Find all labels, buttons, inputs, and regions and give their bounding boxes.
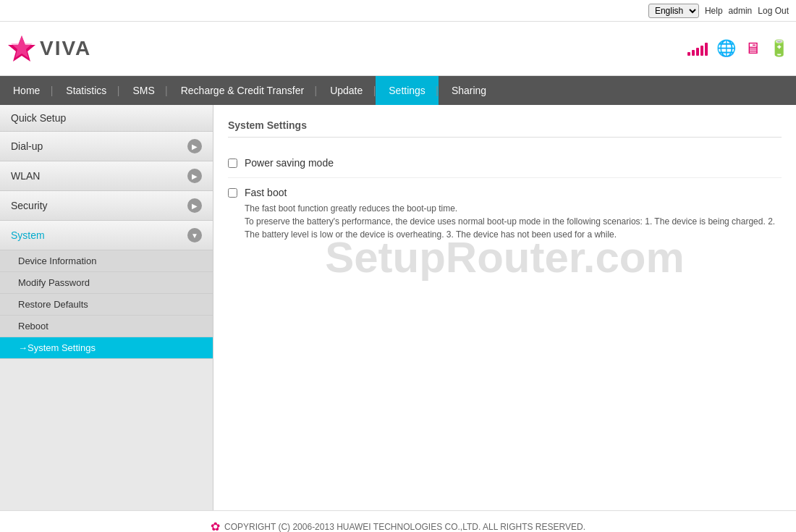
nav-recharge[interactable]: Recharge & Credit Transfer (168, 76, 317, 105)
sidebar-sub-device-info[interactable]: Device Information (0, 250, 213, 272)
content-area: System Settings SetupRouter.com Power sa… (213, 105, 796, 510)
fast-boot-checkbox[interactable] (228, 188, 237, 198)
sidebar-item-system[interactable]: System ▼ (0, 221, 213, 250)
sidebar: Quick Setup Dial-up ▶ WLAN ▶ Security ▶ … (0, 105, 213, 510)
main-layout: Quick Setup Dial-up ▶ WLAN ▶ Security ▶ … (0, 105, 796, 510)
sidebar-sub-restore-defaults[interactable]: Restore Defaults (0, 294, 213, 316)
footer-copyright: COPYRIGHT (C) 2006-2013 HUAWEI TECHNOLOG… (224, 522, 585, 532)
sidebar-arrow-dialup: ▶ (187, 139, 202, 153)
bar3 (696, 48, 699, 56)
bar4 (700, 46, 703, 56)
nav-bar: Home Statistics SMS Recharge & Credit Tr… (0, 76, 796, 105)
fast-boot-label-group: Fast boot The fast boot function greatly… (245, 187, 782, 241)
sidebar-sub-label-device-info: Device Information (18, 256, 96, 266)
sidebar-sub-label-modify-password: Modify Password (18, 277, 90, 288)
globe-icon: 🌐 (716, 39, 736, 58)
sidebar-item-security[interactable]: Security ▶ (0, 191, 213, 221)
power-saving-label: Power saving mode (245, 157, 334, 169)
sidebar-arrow-system: ▼ (187, 228, 202, 242)
power-saving-label-group: Power saving mode (245, 157, 334, 169)
sidebar-sub-label-system-settings: →System Settings (18, 342, 96, 353)
nav-update[interactable]: Update (317, 76, 376, 105)
sidebar-label-quick-setup: Quick Setup (11, 112, 66, 124)
sidebar-sub-modify-password[interactable]: Modify Password (0, 272, 213, 294)
sidebar-sub-reboot[interactable]: Reboot (0, 316, 213, 337)
power-saving-row: Power saving mode (228, 148, 782, 178)
sidebar-label-security: Security (11, 200, 48, 211)
logo-bar: VIVA 🌐 🖥 🔋 (0, 22, 796, 76)
bar1 (687, 52, 690, 56)
signal-bars-icon (687, 41, 708, 56)
logo: VIVA (7, 34, 91, 63)
sidebar-label-wlan: WLAN (11, 170, 40, 182)
fast-boot-desc: The fast boot function greatly reduces t… (245, 202, 782, 241)
bar2 (692, 50, 695, 56)
viva-logo-icon (7, 34, 36, 63)
bar5 (705, 43, 708, 56)
sidebar-arrow-wlan: ▶ (187, 169, 202, 183)
battery-icon: 🔋 (769, 39, 789, 58)
sidebar-label-system: System (11, 229, 45, 241)
language-select[interactable]: English Arabic (648, 4, 699, 18)
help-link[interactable]: Help (705, 6, 723, 16)
fast-boot-row: Fast boot The fast boot function greatly… (228, 178, 782, 250)
fast-boot-label: Fast boot (245, 187, 782, 198)
footer: ✿ COPYRIGHT (C) 2006-2013 HUAWEI TECHNOL… (0, 510, 796, 532)
content-title: System Settings (228, 119, 782, 138)
sidebar-sub-label-restore-defaults: Restore Defaults (18, 299, 88, 310)
footer-logo-icon: ✿ (211, 520, 220, 532)
sidebar-item-wlan[interactable]: WLAN ▶ (0, 161, 213, 191)
nav-settings[interactable]: Settings (376, 76, 439, 105)
sidebar-sub-system-settings[interactable]: →System Settings (0, 337, 213, 359)
sidebar-label-dialup: Dial-up (11, 140, 43, 152)
monitor-icon: 🖥 (745, 39, 761, 58)
logo-text: VIVA (40, 37, 91, 60)
nav-statistics[interactable]: Statistics (53, 76, 119, 105)
admin-label: admin (729, 6, 753, 16)
power-saving-checkbox[interactable] (228, 159, 237, 168)
signal-icons: 🌐 🖥 🔋 (687, 39, 789, 58)
top-bar: English Arabic Help admin Log Out (0, 0, 796, 22)
nav-home[interactable]: Home (0, 76, 53, 105)
sidebar-arrow-security: ▶ (187, 198, 202, 213)
nav-sms[interactable]: SMS (119, 76, 167, 105)
sidebar-item-dialup[interactable]: Dial-up ▶ (0, 132, 213, 161)
nav-sharing[interactable]: Sharing (439, 76, 499, 105)
sidebar-item-quick-setup[interactable]: Quick Setup (0, 105, 213, 132)
sidebar-sub-label-reboot: Reboot (18, 321, 48, 332)
logout-link[interactable]: Log Out (758, 6, 789, 16)
content-inner: System Settings SetupRouter.com Power sa… (228, 119, 782, 366)
